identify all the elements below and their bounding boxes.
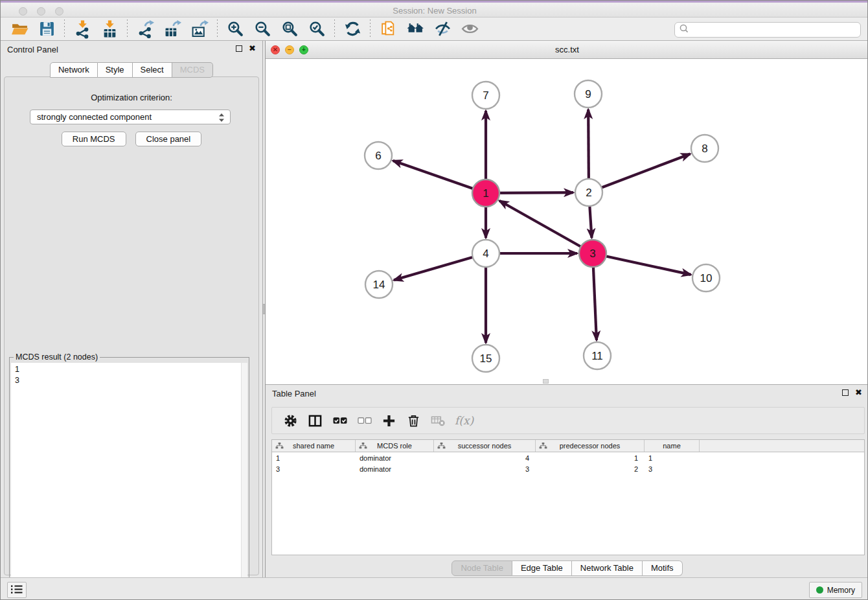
open-session-icon[interactable] xyxy=(8,19,30,39)
result-scrollbar[interactable] xyxy=(241,363,247,600)
add-column-icon[interactable] xyxy=(379,411,398,430)
tab-mcds[interactable]: MCDS xyxy=(172,62,213,78)
tab-edge-table[interactable]: Edge Table xyxy=(512,560,572,576)
graph-node-15[interactable]: 15 xyxy=(472,345,499,372)
zoom-selected-icon[interactable] xyxy=(306,19,328,39)
select-chevrons-icon xyxy=(216,112,227,125)
graph-edge-3-1[interactable] xyxy=(499,201,593,253)
graph-node-8[interactable]: 8 xyxy=(691,135,718,162)
column-hierarchy-icon xyxy=(359,443,367,450)
table-cell[interactable]: 4 xyxy=(434,454,536,462)
toolbar-separator xyxy=(127,19,128,39)
table-settings-gear-icon[interactable] xyxy=(280,411,300,430)
float-panel-icon[interactable] xyxy=(236,45,242,52)
export-image-icon[interactable] xyxy=(188,19,211,39)
tab-network[interactable]: Network xyxy=(50,62,98,78)
canvas-scroll-thumb[interactable] xyxy=(543,379,549,384)
table-cell[interactable]: 1 xyxy=(536,454,645,462)
control-panel-header: Control Panel ✖ xyxy=(1,41,262,59)
import-table-icon[interactable] xyxy=(98,19,120,39)
app-window: Session: New Session Control Panel ✖ Net… xyxy=(0,0,868,600)
graph-node-6[interactable]: 6 xyxy=(365,142,392,169)
tab-network-table[interactable]: Network Table xyxy=(572,560,643,576)
export-network-icon[interactable] xyxy=(134,19,156,39)
table-cell[interactable]: 3 xyxy=(645,465,700,473)
task-list-icon xyxy=(11,584,23,596)
graph-node-4[interactable]: 4 xyxy=(472,240,499,267)
svg-text:3: 3 xyxy=(589,248,595,260)
tab-motifs[interactable]: Motifs xyxy=(643,560,683,576)
memory-status-icon xyxy=(816,586,823,594)
deselect-all-columns-icon[interactable] xyxy=(354,411,374,430)
refresh-network-icon[interactable] xyxy=(341,19,363,39)
close-panel-button[interactable]: Close panel xyxy=(135,132,202,146)
table-cell[interactable]: 3 xyxy=(434,465,536,473)
export-table-icon[interactable] xyxy=(161,19,183,39)
graph-edge-1-6[interactable] xyxy=(393,161,486,193)
window-title: Session: New Session xyxy=(1,6,868,16)
graph-node-7[interactable]: 7 xyxy=(472,82,499,109)
criterion-select[interactable]: strongly connected component xyxy=(30,110,231,124)
zoom-in-icon[interactable] xyxy=(224,19,246,39)
tab-style[interactable]: Style xyxy=(98,62,133,78)
tab-select[interactable]: Select xyxy=(133,62,172,78)
column-hierarchy-icon xyxy=(275,443,284,450)
zoom-fit-icon[interactable] xyxy=(279,19,301,39)
svg-text:10: 10 xyxy=(700,272,713,284)
column-header-name[interactable]: name xyxy=(645,440,700,452)
network-window-titlebar[interactable]: ✕ − + scc.txt xyxy=(266,41,868,59)
column-header-successor-nodes[interactable]: successor nodes xyxy=(434,440,536,452)
graph-edge-2-8[interactable] xyxy=(589,154,691,192)
mcds-result-list: 13 xyxy=(11,363,241,600)
delete-column-icon[interactable] xyxy=(404,411,423,430)
graph-node-3[interactable]: 3 xyxy=(579,240,606,267)
close-table-panel-icon[interactable]: ✖ xyxy=(855,389,862,396)
column-header-MCDS-role[interactable]: MCDS role xyxy=(356,440,434,452)
network-canvas[interactable]: 7968124314101511 xyxy=(266,59,868,384)
graph-node-2[interactable]: 2 xyxy=(575,179,602,206)
search-input[interactable] xyxy=(689,25,860,35)
graph-node-11[interactable]: 11 xyxy=(584,342,611,369)
graph-node-14[interactable]: 14 xyxy=(365,271,393,298)
main-toolbar xyxy=(1,17,868,41)
task-history-button[interactable] xyxy=(7,582,27,598)
table-cell[interactable]: dominator xyxy=(356,454,434,462)
optimization-criterion-label: Optimization criterion: xyxy=(5,93,258,102)
table-cell[interactable]: 2 xyxy=(536,465,645,473)
graph-edge-3-10[interactable] xyxy=(593,253,691,275)
split-columns-icon[interactable] xyxy=(305,411,325,430)
svg-text:8: 8 xyxy=(702,143,707,155)
column-header-shared-name[interactable]: shared name xyxy=(272,440,356,452)
import-network-icon[interactable] xyxy=(71,19,93,39)
svg-text:15: 15 xyxy=(480,352,492,365)
column-hierarchy-icon xyxy=(437,443,446,450)
close-panel-icon[interactable]: ✖ xyxy=(249,45,256,52)
select-all-columns-icon[interactable] xyxy=(330,411,349,430)
network-window: ✕ − + scc.txt 7968124314101511 xyxy=(266,41,868,384)
graph-node-9[interactable]: 9 xyxy=(575,80,602,108)
table-cell[interactable]: dominator xyxy=(356,465,434,473)
hide-graphics-details-icon[interactable] xyxy=(431,19,453,39)
table-toolbar: f(x) xyxy=(271,407,865,434)
table-cell[interactable]: 3 xyxy=(272,465,356,473)
table-row[interactable]: 1dominator411 xyxy=(272,452,864,463)
duplicate-network-icon[interactable] xyxy=(377,19,399,39)
table-row[interactable]: 3dominator323 xyxy=(272,463,864,474)
run-mcds-button[interactable]: Run MCDS xyxy=(62,132,126,146)
graph-node-10[interactable]: 10 xyxy=(692,264,720,292)
search-field[interactable] xyxy=(674,22,861,38)
table-cell[interactable]: 1 xyxy=(272,454,356,462)
graph-node-1[interactable]: 1 xyxy=(472,179,499,207)
show-graphics-details-icon[interactable] xyxy=(459,19,481,39)
save-session-icon[interactable] xyxy=(36,19,58,39)
zoom-out-icon[interactable] xyxy=(251,19,273,39)
float-table-panel-icon[interactable] xyxy=(842,389,849,396)
table-cell[interactable]: 1 xyxy=(645,454,700,462)
delete-table-icon xyxy=(428,411,448,430)
column-header-predecessor-nodes[interactable]: predecessor nodes xyxy=(536,440,645,452)
toolbar-separator xyxy=(217,19,218,39)
home-views-icon[interactable] xyxy=(404,19,426,39)
memory-button[interactable]: Memory xyxy=(809,582,862,598)
tab-node-table[interactable]: Node Table xyxy=(451,560,512,576)
splitter-grip[interactable] xyxy=(263,304,265,314)
